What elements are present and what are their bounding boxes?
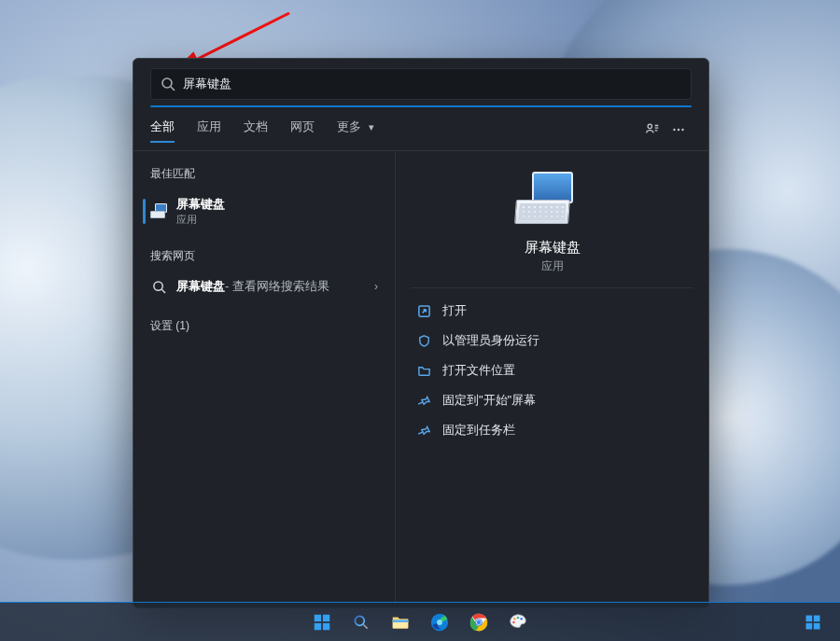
- svg-point-7: [681, 129, 683, 131]
- tab-label: 文档: [244, 119, 268, 133]
- svg-line-3: [171, 87, 175, 91]
- search-in-org-button[interactable]: [639, 117, 665, 143]
- pin-icon: [416, 393, 431, 408]
- svg-rect-30: [814, 615, 820, 621]
- more-options-button[interactable]: [665, 117, 692, 143]
- tab-label: 更多: [337, 119, 361, 133]
- results-pane: 最佳匹配 屏幕键盘 应用 搜索网页 屏幕键盘: [133, 151, 395, 607]
- taskbar-paint-button[interactable]: [502, 606, 534, 638]
- svg-line-16: [364, 624, 368, 628]
- shield-icon: [416, 333, 431, 348]
- action-label: 打开: [442, 302, 467, 319]
- result-web-prefix: 屏幕键盘: [176, 278, 225, 295]
- result-web-suffix: - 查看网络搜索结果: [225, 278, 329, 295]
- action-label: 固定到任务栏: [442, 422, 515, 439]
- svg-rect-18: [393, 620, 409, 622]
- taskbar-start-button-right[interactable]: [797, 606, 829, 638]
- taskbar-start-button[interactable]: [306, 606, 338, 638]
- taskbar-search-button[interactable]: [345, 606, 377, 638]
- tab-label: 全部: [150, 119, 175, 133]
- action-open-file-location[interactable]: 打开文件位置: [411, 355, 693, 385]
- preview-subtitle: 应用: [411, 258, 693, 274]
- search-icon: [150, 278, 167, 295]
- svg-point-25: [513, 618, 516, 620]
- svg-rect-31: [806, 622, 813, 629]
- svg-rect-14: [323, 622, 329, 629]
- taskbar-explorer-button[interactable]: [385, 606, 416, 638]
- pin-icon: [416, 423, 431, 438]
- result-best-match[interactable]: 屏幕键盘 应用: [133, 189, 395, 233]
- svg-point-4: [648, 124, 651, 128]
- divider: [411, 287, 693, 288]
- svg-point-26: [517, 616, 520, 619]
- content-split: 最佳匹配 屏幕键盘 应用 搜索网页 屏幕键盘: [133, 151, 708, 607]
- action-pin-to-start[interactable]: 固定到"开始"屏幕: [411, 385, 693, 415]
- folder-icon: [416, 363, 431, 378]
- search-row: [133, 59, 708, 105]
- start-search-panel: 全部 应用 文档 网页 更多 ▾ 最佳匹配: [133, 58, 709, 608]
- svg-rect-29: [806, 615, 813, 621]
- action-run-as-admin[interactable]: 以管理员身份运行: [411, 326, 693, 355]
- taskbar-chrome-button[interactable]: [463, 606, 495, 638]
- tab-more[interactable]: 更多 ▾: [337, 118, 374, 141]
- tab-label: 应用: [197, 119, 221, 133]
- preview-app-icon: [515, 172, 590, 228]
- result-web-search[interactable]: 屏幕键盘 - 查看网络搜索结果 ›: [133, 272, 395, 301]
- result-title: 屏幕键盘: [176, 196, 225, 213]
- svg-rect-13: [315, 622, 321, 629]
- tab-documents[interactable]: 文档: [244, 118, 268, 141]
- svg-point-27: [520, 618, 523, 620]
- taskbar: [0, 602, 840, 641]
- svg-point-20: [437, 620, 442, 625]
- svg-point-15: [355, 616, 364, 625]
- svg-point-24: [477, 620, 481, 623]
- app-icon: [150, 203, 167, 220]
- chevron-down-icon: ▾: [369, 121, 374, 132]
- section-header-web: 搜索网页: [133, 243, 395, 272]
- open-icon: [416, 303, 431, 318]
- svg-point-5: [673, 129, 675, 131]
- section-header-best-match: 最佳匹配: [133, 160, 395, 189]
- taskbar-tray: [797, 603, 829, 641]
- search-icon: [161, 77, 175, 91]
- svg-point-2: [162, 78, 172, 88]
- action-label: 固定到"开始"屏幕: [442, 392, 536, 409]
- action-pin-to-taskbar[interactable]: 固定到任务栏: [411, 415, 693, 445]
- tab-apps[interactable]: 应用: [197, 118, 221, 141]
- svg-point-28: [512, 620, 515, 623]
- svg-rect-11: [315, 614, 321, 620]
- svg-rect-12: [323, 614, 329, 620]
- section-header-settings: 设置 (1): [133, 313, 395, 341]
- taskbar-edge-button[interactable]: [424, 606, 455, 638]
- tabs-row: 全部 应用 文档 网页 更多 ▾: [133, 107, 708, 150]
- search-box[interactable]: [150, 68, 692, 100]
- action-open[interactable]: 打开: [411, 296, 693, 326]
- search-input[interactable]: [183, 77, 681, 91]
- filter-tabs: 全部 应用 文档 网页 更多 ▾: [150, 118, 374, 141]
- action-label: 打开文件位置: [442, 362, 515, 379]
- svg-line-9: [161, 289, 165, 293]
- tab-all[interactable]: 全部: [150, 118, 175, 141]
- svg-point-6: [678, 129, 679, 131]
- preview-pane: 屏幕键盘 应用 打开 以管理员身份运行: [395, 151, 708, 607]
- chevron-right-icon: ›: [374, 280, 378, 293]
- svg-point-8: [153, 281, 161, 289]
- tab-web[interactable]: 网页: [290, 118, 315, 141]
- svg-rect-32: [814, 622, 820, 629]
- result-subtitle: 应用: [176, 213, 225, 227]
- action-label: 以管理员身份运行: [442, 332, 539, 349]
- preview-title: 屏幕键盘: [411, 239, 693, 257]
- tab-label: 网页: [290, 119, 315, 133]
